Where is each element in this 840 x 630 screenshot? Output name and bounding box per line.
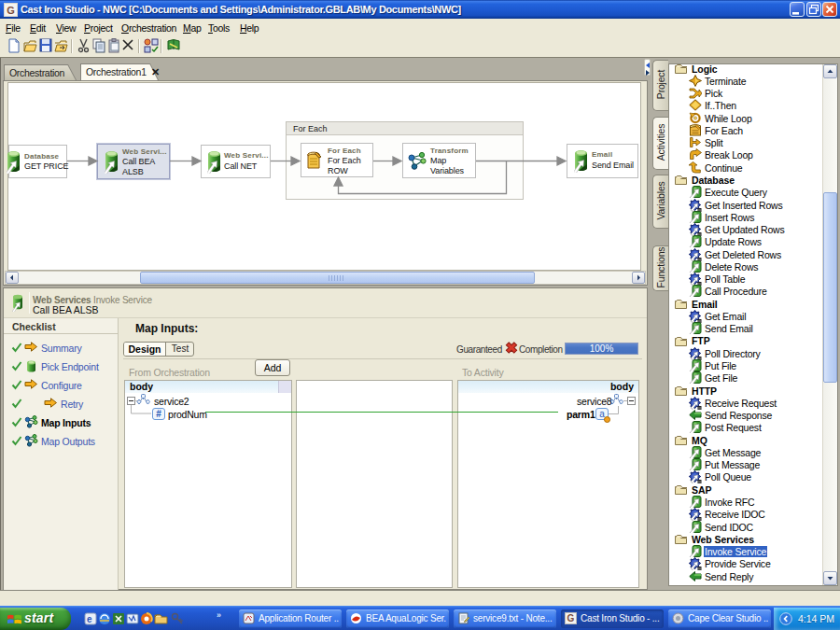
svg-text:e: e: [87, 614, 92, 624]
svg-text:G: G: [567, 613, 575, 623]
